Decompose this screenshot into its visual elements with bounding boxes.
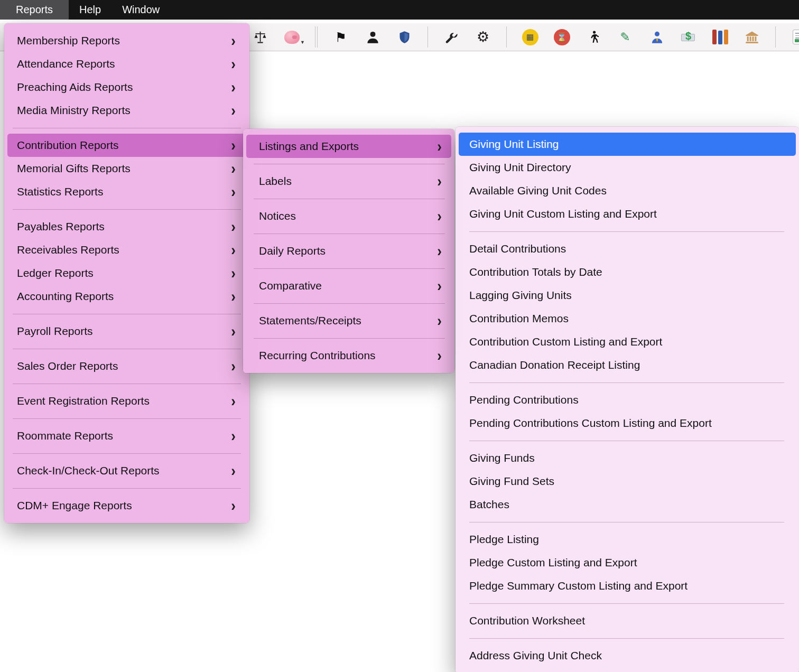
report-document-icon[interactable]: ▼ [791,27,799,46]
menu-item-labels[interactable]: Labels › [243,170,454,193]
contribution-reports-submenu: Listings and Exports › Labels › Notices … [243,129,454,373]
flag-icon[interactable]: ⚑ [332,27,349,46]
menu-separator [469,603,784,604]
menu-item-event-registration-reports[interactable]: Event Registration Reports › [4,389,249,413]
piggy-bank-shape [284,31,300,44]
toolbar-separator [506,26,507,48]
calculator-icon[interactable]: ▦ [522,27,538,46]
menu-item-giving-funds[interactable]: Giving Funds [456,446,799,470]
menu-item-media-ministry-reports[interactable]: Media Ministry Reports › [4,99,249,122]
menu-item-pending-contributions-custom-listing-and-export[interactable]: Pending Contributions Custom Listing and… [456,412,799,435]
menubar-item-reports[interactable]: Reports [0,0,69,20]
menu-item-address-giving-unit-check[interactable]: Address Giving Unit Check [456,644,799,667]
menu-item-recurring-contributions[interactable]: Recurring Contributions › [243,344,454,367]
menu-item-payroll-reports[interactable]: Payroll Reports › [4,320,249,343]
menu-item-batches[interactable]: Batches [456,493,799,516]
menu-item-pledge-custom-listing-and-export[interactable]: Pledge Custom Listing and Export [456,551,799,574]
menu-item-giving-unit-directory[interactable]: Giving Unit Directory [456,156,799,179]
menu-item-available-giving-unit-codes[interactable]: Available Giving Unit Codes [456,179,799,202]
menu-item-receivables-reports[interactable]: Receivables Reports › [4,238,249,262]
bank-icon[interactable] [744,27,760,46]
submenu-chevron-icon: › [231,33,236,49]
menu-item-roommate-reports[interactable]: Roommate Reports › [4,424,249,447]
walking-person-icon[interactable] [585,27,602,46]
menu-item-attendance-reports[interactable]: Attendance Reports › [4,52,249,76]
piggy-bank-icon[interactable]: ▼ [283,27,300,46]
menu-item-memorial-gifts-reports[interactable]: Memorial Gifts Reports › [4,157,249,180]
submenu-chevron-icon: › [437,243,442,259]
menu-separator [13,314,241,314]
submenu-chevron-icon: › [231,428,236,444]
menu-item-listings-and-exports[interactable]: Listings and Exports › [246,135,451,158]
menu-item-giving-unit-listing[interactable]: Giving Unit Listing [459,133,796,156]
menu-item-comparative[interactable]: Comparative › [243,274,454,297]
shield-icon[interactable] [396,27,413,46]
menu-item-notices[interactable]: Notices › [243,204,454,228]
menu-item-pledge-listing[interactable]: Pledge Listing [456,528,799,551]
menu-item-accounting-reports[interactable]: Accounting Reports › [4,285,249,308]
submenu-chevron-icon: › [231,184,236,200]
submenu-chevron-icon: › [231,102,236,118]
menu-separator [254,338,445,339]
menu-item-contribution-custom-listing-and-export[interactable]: Contribution Custom Listing and Export [456,330,799,353]
menu-separator [469,382,784,383]
menu-item-membership-reports[interactable]: Membership Reports › [4,29,249,52]
menu-item-preaching-aids-reports[interactable]: Preaching Aids Reports › [4,76,249,99]
submenu-chevron-icon: › [231,79,236,95]
menu-item-giving-unit-custom-listing-and-export[interactable]: Giving Unit Custom Listing and Export [456,202,799,226]
money-icon[interactable]: $ [680,27,697,46]
menu-item-ledger-reports[interactable]: Ledger Reports › [4,262,249,285]
menu-item-contribution-memos[interactable]: Contribution Memos [456,307,799,330]
menu-item-daily-reports[interactable]: Daily Reports › [243,239,454,263]
submenu-chevron-icon: › [231,288,236,304]
menu-item-giving-fund-sets[interactable]: Giving Fund Sets [456,470,799,493]
hourglass-glyph: ⌛ [556,32,567,42]
desktop-wallpaper: { "menubar": { "items": ["Reports", "Hel… [0,0,799,672]
submenu-chevron-icon: › [437,173,442,189]
menu-item-payables-reports[interactable]: Payables Reports › [4,215,249,238]
submenu-chevron-icon: › [231,358,236,374]
menu-separator [254,164,445,164]
menu-separator [254,234,445,234]
menu-separator [13,453,241,454]
hourglass-icon[interactable]: ⌛ [553,27,570,46]
calculator-grid: ▦ [526,32,534,42]
person-icon[interactable] [364,27,381,46]
menu-item-check-in-check-out-reports[interactable]: Check-In/Check-Out Reports › [4,459,249,482]
menu-item-statistics-reports[interactable]: Statistics Reports › [4,180,249,203]
submenu-chevron-icon: › [231,242,236,258]
submenu-chevron-icon: › [437,138,442,154]
menu-item-contribution-reports[interactable]: Contribution Reports › [7,134,246,157]
menu-item-detail-contributions[interactable]: Detail Contributions [456,237,799,260]
menu-item-contribution-worksheet[interactable]: Contribution Worksheet [456,609,799,632]
gear-icon[interactable]: ⚙ [475,27,491,46]
menu-separator [469,231,784,232]
menubar-item-window[interactable]: Window [112,0,170,20]
menu-item-statements-receipts[interactable]: Statements/Receipts › [243,309,454,332]
menu-item-cdm-engage-reports[interactable]: CDM+ Engage Reports › [4,494,249,517]
binders-icon[interactable] [712,27,729,46]
menu-separator [13,209,241,210]
menu-separator [469,638,784,639]
menu-item-pledge-summary-custom-listing-and-export[interactable]: Pledge Summary Custom Listing and Export [456,574,799,598]
hr-person-icon[interactable] [648,27,665,46]
menu-separator [254,303,445,304]
submenu-chevron-icon: › [231,323,236,339]
menu-separator [469,441,784,441]
menubar-label: Help [79,4,101,16]
menu-item-lagging-giving-units[interactable]: Lagging Giving Units [456,284,799,307]
signature-pen-icon[interactable]: ✎ [617,27,634,46]
document-shape [793,30,799,44]
menu-separator [13,488,241,489]
toolbar-separator [315,26,318,48]
menu-item-pending-contributions[interactable]: Pending Contributions [456,388,799,412]
menu-separator [13,418,241,419]
menu-item-contribution-totals-by-date[interactable]: Contribution Totals by Date [456,260,799,284]
wrench-icon[interactable] [443,27,460,46]
menu-item-canadian-donation-receipt-listing[interactable]: Canadian Donation Receipt Listing [456,353,799,377]
scales-icon[interactable] [252,27,268,46]
dollar-glyph: $ [685,30,691,42]
menu-item-sales-order-reports[interactable]: Sales Order Reports › [4,354,249,378]
submenu-chevron-icon: › [437,278,442,294]
menubar-item-help[interactable]: Help [69,0,112,20]
